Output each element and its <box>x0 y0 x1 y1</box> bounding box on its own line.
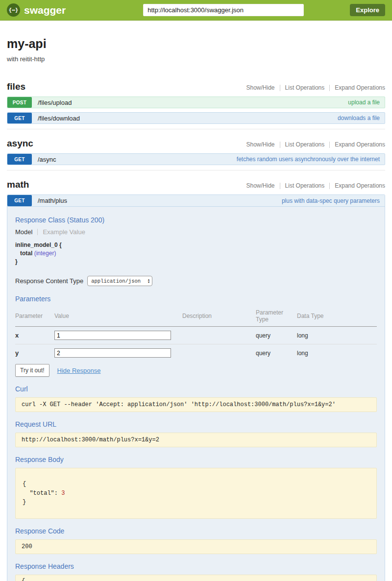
request-url-value: http://localhost:3000/math/plus?x=1&y=2 <box>15 433 377 447</box>
list-operations-link[interactable]: List Operations <box>285 141 325 148</box>
response-class-heading: Response Class (Status 200) <box>15 216 377 224</box>
endpoint-summary-link[interactable]: upload a file <box>348 99 380 106</box>
divider <box>280 142 280 148</box>
param-row-y: y query long <box>15 344 377 362</box>
response-code-heading: Response Code <box>15 527 377 535</box>
brand-title: swagger <box>24 4 66 16</box>
resource-title-math: math <box>7 179 29 190</box>
select-arrows-icon: ▲▼ <box>148 279 150 284</box>
request-url-heading: Request URL <box>15 420 377 428</box>
col-parameter: Parameter <box>15 307 54 327</box>
divider <box>280 85 280 91</box>
col-value: Value <box>54 307 182 327</box>
show-hide-link[interactable]: Show/Hide <box>246 84 275 91</box>
endpoint-row[interactable]: GET /files/download downloads a file <box>7 112 385 124</box>
resource-files: files Show/Hide List Operations Expand O… <box>7 75 385 129</box>
try-it-out-button[interactable]: Try it out! <box>15 364 49 377</box>
endpoint-row[interactable]: GET /async fetches random users asynchro… <box>7 153 385 165</box>
method-badge: GET <box>7 195 32 206</box>
param-data-type: long <box>297 327 377 344</box>
endpoint-path-link[interactable]: /math/plus <box>38 197 67 204</box>
endpoint-summary-link[interactable]: plus with data-spec query parameters <box>282 197 380 204</box>
param-y-input[interactable] <box>54 348 171 358</box>
response-content-type-row: Response Content Type application/json ▲… <box>15 276 377 286</box>
json-text: { "total": <box>23 481 61 497</box>
response-code-value: 200 <box>15 539 377 554</box>
endpoint-path-link[interactable]: /async <box>38 156 56 163</box>
param-name: y <box>15 344 54 362</box>
endpoint-row[interactable]: GET /math/plus plus with data-spec query… <box>7 195 385 207</box>
model-property-type: (integer) <box>34 250 56 257</box>
endpoint-summary-link[interactable]: fetches random users asynchronously over… <box>237 156 380 163</box>
endpoint-path-link[interactable]: /files/download <box>38 115 80 122</box>
expanded-operation: GET /math/plus plus with data-spec query… <box>7 194 385 581</box>
resource-title-async: async <box>7 138 33 149</box>
expand-operations-link[interactable]: Expand Operations <box>335 141 385 148</box>
method-badge: GET <box>7 154 32 165</box>
top-bar: {⋯} swagger Explore <box>0 0 392 21</box>
param-description <box>182 327 256 344</box>
model-close: } <box>15 258 377 266</box>
param-data-type: long <box>297 344 377 362</box>
api-title: my-api <box>7 37 385 51</box>
divider <box>280 183 280 189</box>
divider <box>329 183 330 189</box>
divider <box>329 142 330 148</box>
tab-example-value[interactable]: Example Value <box>43 228 85 236</box>
col-parameter-type: Parameter Type <box>256 307 297 327</box>
list-operations-link[interactable]: List Operations <box>285 84 325 91</box>
selected-content-type: application/json <box>91 278 141 284</box>
resource-math: math Show/Hide List Operations Expand Op… <box>7 173 385 581</box>
endpoint-path-link[interactable]: /files/upload <box>38 99 72 106</box>
page-body: my-api with reitit-http files Show/Hide … <box>0 37 392 581</box>
response-body-json: { "total": 3 } <box>15 468 377 519</box>
expand-operations-link[interactable]: Expand Operations <box>335 182 385 189</box>
endpoint-summary-link[interactable]: downloads a file <box>338 115 380 121</box>
param-x-input[interactable] <box>54 331 171 340</box>
param-description <box>182 344 256 362</box>
response-body-heading: Response Body <box>15 456 377 463</box>
response-headers-heading: Response Headers <box>15 562 377 570</box>
model-signature: inline_model_0 { total (integer) } <box>15 241 377 266</box>
param-type: query <box>256 344 297 362</box>
divider <box>329 85 330 91</box>
show-hide-link[interactable]: Show/Hide <box>246 141 275 148</box>
divider <box>37 229 38 235</box>
resource-title-files: files <box>7 81 25 92</box>
json-text: } <box>23 499 26 506</box>
json-number: 3 <box>61 490 65 497</box>
model-open: inline_model_0 { <box>15 241 377 249</box>
spec-url-input[interactable] <box>143 4 304 16</box>
list-operations-link[interactable]: List Operations <box>285 182 325 189</box>
parameters-heading: Parameters <box>15 295 377 303</box>
col-description: Description <box>182 307 256 327</box>
tab-model[interactable]: Model <box>15 228 32 236</box>
operation-detail-panel: Response Class (Status 200) Model Exampl… <box>7 207 385 581</box>
explore-button[interactable]: Explore <box>350 4 385 16</box>
method-badge: GET <box>7 113 32 123</box>
actions-row: Try it out! Hide Response <box>15 364 377 377</box>
response-headers-json: { "date": "Sun, 21 Oct 2018 20:07:29 GMT… <box>15 575 377 581</box>
api-description: with reitit-http <box>7 55 385 63</box>
col-data-type: Data Type <box>297 307 377 327</box>
curl-heading: Curl <box>15 385 377 393</box>
hide-response-link[interactable]: Hide Response <box>57 367 101 374</box>
swagger-logo-icon: {⋯} <box>7 3 20 17</box>
param-name: x <box>15 327 54 344</box>
parameters-table: Parameter Value Description Parameter Ty… <box>15 307 377 362</box>
response-content-type-select[interactable]: application/json ▲▼ <box>87 276 152 286</box>
curl-command: curl -X GET --header 'Accept: applicatio… <box>15 397 377 412</box>
model-tabs: Model Example Value <box>15 228 377 236</box>
endpoint-row[interactable]: POST /files/upload upload a file <box>7 97 385 108</box>
expand-operations-link[interactable]: Expand Operations <box>335 84 385 91</box>
resource-async: async Show/Hide List Operations Expand O… <box>7 132 385 170</box>
response-content-type-label: Response Content Type <box>15 277 83 285</box>
show-hide-link[interactable]: Show/Hide <box>246 182 275 189</box>
param-row-x: x query long <box>15 327 377 344</box>
model-property: total (integer) <box>15 249 377 258</box>
param-type: query <box>256 327 297 344</box>
model-property-name: total <box>20 250 32 257</box>
method-badge: POST <box>7 97 32 108</box>
